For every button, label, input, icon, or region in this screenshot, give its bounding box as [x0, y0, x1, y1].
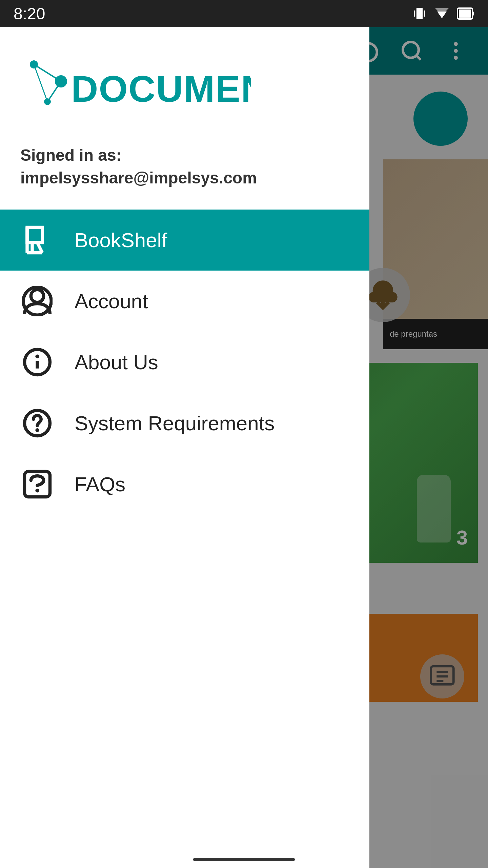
bookshelf-label: BookShelf: [75, 229, 167, 252]
signed-in-prefix: Signed in as:: [20, 146, 122, 164]
about-label: About Us: [75, 351, 158, 374]
help-icon: [20, 406, 54, 440]
svg-rect-0: [416, 8, 423, 19]
svg-marker-4: [435, 8, 449, 16]
bookshelf-icon: [20, 223, 54, 257]
svg-line-23: [47, 81, 61, 102]
svg-line-22: [34, 64, 61, 81]
system-req-label: System Requirements: [75, 412, 274, 435]
sidebar-item-bookshelf[interactable]: BookShelf: [0, 210, 369, 271]
battery-icon: [457, 6, 474, 21]
faqs-label: FAQs: [75, 473, 125, 496]
home-indicator: [193, 858, 295, 861]
logo-area: DOCUMENTAVET Signed in as: impelsysshare…: [0, 27, 369, 210]
signed-in-email: impelsysshare@impelsys.com: [20, 169, 257, 187]
account-icon: [20, 284, 54, 318]
sidebar-item-faqs[interactable]: FAQs: [0, 454, 369, 515]
sidebar-item-about[interactable]: About Us: [0, 332, 369, 393]
svg-line-24: [34, 64, 47, 102]
svg-point-32: [35, 428, 39, 432]
wifi-icon: [434, 6, 450, 21]
svg-point-34: [35, 489, 39, 493]
status-icons: [412, 6, 474, 21]
svg-point-30: [35, 355, 39, 358]
sidebar-item-account[interactable]: Account: [0, 271, 369, 332]
svg-text:DOCUMENTAVET: DOCUMENTAVET: [71, 68, 251, 110]
svg-rect-1: [414, 11, 415, 17]
faqs-icon: [20, 467, 54, 501]
status-bar: 8:20: [0, 0, 488, 27]
drawer-menu: BookShelf Account About Us: [0, 210, 369, 868]
account-label: Account: [75, 290, 148, 313]
svg-point-26: [31, 290, 44, 303]
status-time: 8:20: [14, 4, 45, 23]
vibrate-icon: [412, 6, 427, 21]
navigation-drawer: DOCUMENTAVET Signed in as: impelsysshare…: [0, 27, 369, 868]
signed-in-info: Signed in as: impelsysshare@impelsys.com: [20, 144, 349, 189]
svg-rect-2: [424, 11, 425, 17]
sidebar-item-system-req[interactable]: System Requirements: [0, 393, 369, 454]
svg-rect-6: [472, 12, 474, 16]
info-icon: [20, 345, 54, 379]
svg-rect-7: [459, 9, 471, 18]
documentavet-logo: DOCUMENTAVET: [20, 54, 251, 122]
